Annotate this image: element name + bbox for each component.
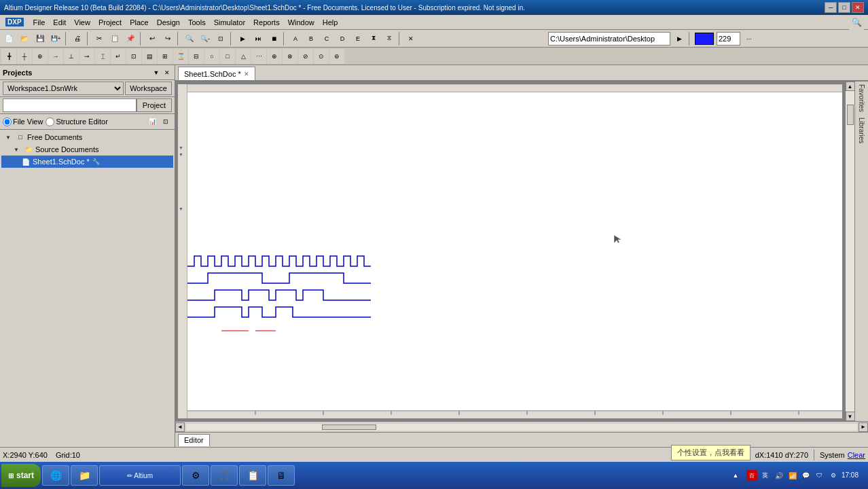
tb-run[interactable]: ⏭	[251, 31, 266, 46]
systray-network[interactable]: 📶	[787, 470, 798, 481]
taskbar-app-explorer[interactable]: 📁	[71, 465, 98, 486]
editor-tab[interactable]: Editor	[178, 434, 210, 446]
menu-item-dxp[interactable]: DXP	[1, 15, 29, 29]
clock[interactable]: 17:08	[842, 471, 858, 479]
tree-item-free-docs[interactable]: ▼ □ Free Documents	[1, 131, 173, 143]
file-view-radio[interactable]: File View	[3, 117, 43, 126]
tb-annot1[interactable]: A	[288, 31, 303, 46]
hscroll-left-btn[interactable]: ◄	[175, 422, 185, 432]
tb-sch4[interactable]: →	[48, 49, 63, 64]
taskbar-app-misc4[interactable]: 🖥	[268, 465, 295, 486]
tb-sch11[interactable]: ⊞	[158, 49, 173, 64]
tb-annot4[interactable]: D	[335, 31, 350, 46]
tb-path-go[interactable]: ▶	[672, 31, 687, 46]
tb-sch14[interactable]: ○	[204, 49, 219, 64]
systray-input-method[interactable]: 英	[760, 470, 771, 481]
taskbar-app-misc2[interactable]: 🎵	[211, 465, 238, 486]
taskbar-app-misc3[interactable]: 📋	[239, 465, 266, 486]
scroll-thumb-v[interactable]	[847, 105, 854, 125]
tb-sch18[interactable]: ⊕	[267, 49, 282, 64]
tb-sch7[interactable]: ⌶	[95, 49, 110, 64]
color-box[interactable]	[695, 33, 714, 45]
tb-sch13[interactable]: ⊟	[189, 49, 204, 64]
tb-compile[interactable]: ▶	[235, 31, 250, 46]
search-icon[interactable]: 🔍	[849, 15, 864, 30]
tb-sch21[interactable]: ⊙	[314, 49, 329, 64]
tb-sch1[interactable]: ╋	[1, 49, 16, 64]
menu-item-edit[interactable]: Edit	[49, 15, 70, 29]
tb-undo[interactable]: ↩	[145, 31, 160, 46]
tb-sch3[interactable]: ⊕	[33, 49, 48, 64]
tb-sch12[interactable]: ⌛	[173, 49, 188, 64]
tb-sch22[interactable]: ⊚	[329, 49, 344, 64]
tb-annot3[interactable]: C	[319, 31, 334, 46]
tb-print[interactable]: 🖨	[70, 31, 85, 46]
menu-item-simulator[interactable]: Simulator	[210, 15, 249, 29]
menu-item-project[interactable]: Project	[94, 15, 126, 29]
schematic-canvas[interactable]: ▼ ▼ ▼	[178, 84, 842, 418]
tb-annot5[interactable]: E	[350, 31, 365, 46]
tb-sch2[interactable]: ┼	[17, 49, 32, 64]
tb-color-dots[interactable]: ···	[742, 31, 757, 46]
tb-sch8[interactable]: ↵	[111, 49, 126, 64]
color-value-input[interactable]	[717, 32, 740, 46]
taskbar-app-altium[interactable]: ✏ Altium	[99, 465, 181, 486]
tb-save-all[interactable]: 💾+	[48, 31, 63, 46]
maximize-button[interactable]: □	[838, 2, 850, 13]
scroll-up-btn[interactable]: ▲	[846, 82, 855, 91]
menu-item-file[interactable]: File	[29, 15, 50, 29]
tb-save[interactable]: 💾	[33, 31, 48, 46]
menu-item-view[interactable]: View	[70, 15, 94, 29]
systray-icon-msg[interactable]: 💬	[801, 470, 812, 481]
tb-sch15[interactable]: □	[220, 49, 235, 64]
structure-editor-radio[interactable]: Structure Editor	[46, 117, 107, 126]
tree-item-source-docs[interactable]: ▼ 📁 Source Documents	[1, 143, 173, 156]
panel-close-btn[interactable]: ✕	[162, 68, 172, 77]
hscroll-track[interactable]	[186, 424, 857, 431]
clear-text[interactable]: Clear	[848, 451, 865, 459]
favorites-label[interactable]: Favorites	[856, 82, 867, 115]
tb-sch20[interactable]: ⊘	[298, 49, 313, 64]
tb-view-icon1[interactable]: 📊	[146, 115, 158, 128]
tb-sch19[interactable]: ⊗	[283, 49, 297, 64]
close-button[interactable]: ✕	[852, 2, 864, 13]
tb-paste[interactable]: 📌	[123, 31, 138, 46]
tb-sch9[interactable]: ⊡	[126, 49, 141, 64]
panel-dropdown-btn[interactable]: ▼	[151, 68, 161, 77]
tb-annot6[interactable]: ⧗	[366, 31, 381, 46]
tb-redo[interactable]: ↪	[160, 31, 175, 46]
tree-item-sheet1[interactable]: 📄 Sheet1.SchDoc * 🔧	[1, 156, 173, 168]
start-button[interactable]: ⊞ start	[1, 464, 41, 487]
scroll-down-btn[interactable]: ▼	[846, 412, 855, 421]
tb-copy[interactable]: 📋	[107, 31, 122, 46]
menu-item-tools[interactable]: Tools	[184, 15, 210, 29]
doc-tab-sheet1[interactable]: Sheet1.SchDoc * ✕	[178, 67, 255, 80]
path-input[interactable]	[548, 32, 670, 46]
tb-sch5[interactable]: ⊥	[64, 49, 79, 64]
systray-icon-shield[interactable]: 🛡	[814, 470, 825, 481]
tb-stop[interactable]: ⏹	[266, 31, 281, 46]
tb-annot2[interactable]: B	[304, 31, 319, 46]
search-input[interactable]	[3, 98, 137, 112]
tb-sch17[interactable]: ⋯	[251, 49, 266, 64]
tb-sch6[interactable]: ⊸	[79, 49, 94, 64]
menu-item-design[interactable]: Design	[153, 15, 184, 29]
systray-baidu[interactable]: 百	[746, 470, 757, 481]
scroll-track-v[interactable]	[846, 91, 854, 412]
menu-item-reports[interactable]: Reports	[249, 15, 284, 29]
tb-annot7[interactable]: ⧖	[382, 31, 397, 46]
tb-open[interactable]: 📂	[17, 31, 32, 46]
workspace-button[interactable]: Workspace	[125, 82, 172, 95]
tb-sch10[interactable]: ▤	[142, 49, 157, 64]
menu-item-window[interactable]: Window	[284, 15, 319, 29]
tb-cross[interactable]: ✕	[403, 31, 418, 46]
hscroll-right-btn[interactable]: ►	[858, 422, 868, 432]
hscroll-thumb[interactable]	[322, 424, 376, 430]
tb-cut[interactable]: ✂	[92, 31, 107, 46]
minimize-button[interactable]: ─	[825, 2, 837, 13]
doc-tab-close[interactable]: ✕	[244, 71, 249, 77]
systray-icon-1[interactable]: ▲	[730, 470, 741, 481]
tb-zoom-in[interactable]: 🔍	[182, 31, 197, 46]
tb-sch16[interactable]: △	[236, 49, 251, 64]
taskbar-app-misc1[interactable]: ⚙	[182, 465, 209, 486]
